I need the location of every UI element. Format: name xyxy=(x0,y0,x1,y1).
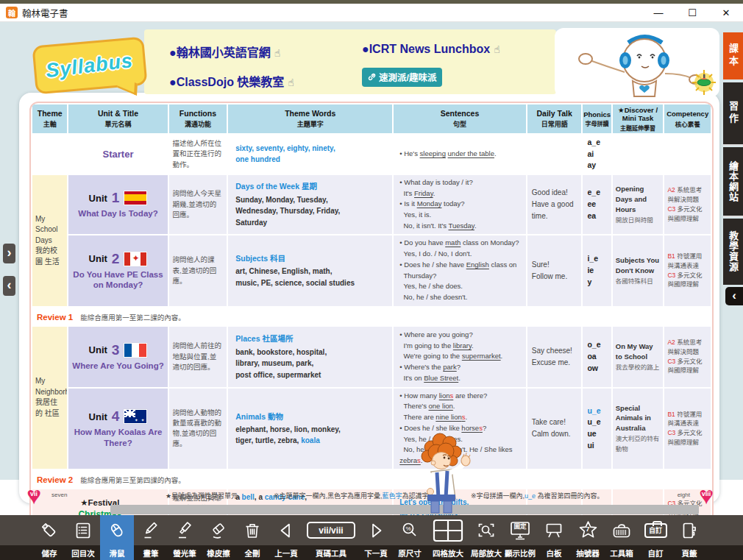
starter-daily xyxy=(527,135,582,174)
starter-competency xyxy=(664,135,711,174)
unit2-discover: Subjects You Don't Know各國特殊科目 xyxy=(613,235,664,306)
unit2-words: Subjects 科目art, Chinese, English, math,m… xyxy=(228,235,392,306)
next-page-icon xyxy=(366,521,385,540)
unit2-daily: Sure!Follow me. xyxy=(527,235,582,306)
eraser-icon xyxy=(209,521,228,540)
unit4-daily: Take care!Calm down. xyxy=(527,389,582,469)
tab-workbook-label: 習作 xyxy=(726,101,740,126)
whiteboard-icon xyxy=(544,521,564,540)
unit3-sentences: • Where are you going? I'm going to the … xyxy=(394,327,526,387)
header-functions: Functions溝通功能 xyxy=(169,104,227,133)
picker-number-label: 7 xyxy=(586,525,589,533)
nav-back-arrow-icon[interactable] xyxy=(3,276,15,296)
header-sentences: Sentences句型 xyxy=(394,104,526,133)
starter-theme-cell xyxy=(32,135,67,174)
unit1-competency: A2 系統思考與解決問題C3 多元文化與國際理解 xyxy=(664,175,711,234)
row-unit4: Unit4 How Many Koalas Are There? 詢問他人動物的… xyxy=(32,389,711,469)
unit3-words: Places 社區場所bank, bookstore, hospital,lib… xyxy=(228,327,392,387)
toolbar-toc[interactable]: 回目次 xyxy=(66,515,100,560)
page-number-heart-left: vii xyxy=(21,484,47,508)
page-word-seven: seven xyxy=(51,492,67,498)
mascot-card xyxy=(555,28,719,97)
unit2-title-cell: Unit2 Do You Have PE Class on Monday? xyxy=(68,235,167,306)
tab-textbook[interactable]: 課本 xyxy=(723,32,743,79)
syllabus-logo-text: Syllabus xyxy=(45,49,135,82)
minimize-button[interactable]: — xyxy=(641,4,675,22)
toolbar-highlighter[interactable]: 螢光筆 xyxy=(168,515,202,560)
row-unit2: Unit2 Do You Have PE Class on Monday? 詢問… xyxy=(32,235,711,306)
tab-picturebook[interactable]: 繪本網站 xyxy=(723,147,743,217)
header-phonics: Phonics字母拼讀 xyxy=(583,104,611,133)
syllabus-logo: Syllabus xyxy=(32,37,147,95)
header-daily-talk: Daily Talk日常用語 xyxy=(527,104,582,133)
review1-cell: Review 1能綜合應用第一至第二課的內容。 xyxy=(32,308,711,325)
unit4-phonics: u_eu_eueui xyxy=(583,389,611,469)
toolbar-save[interactable]: 儲存 xyxy=(32,515,66,560)
toolbar-partial-zoom[interactable]: 局部放大 xyxy=(469,515,503,560)
zoom-percent-icon: % xyxy=(400,521,419,540)
header-unit-title: Unit & Title單元名稱 xyxy=(68,104,167,133)
toolbar-mouse[interactable]: 滑鼠 xyxy=(100,515,134,560)
toolbar-page-tab[interactable]: 頁籤 xyxy=(672,515,706,560)
toolbar-prev-page[interactable]: 上一頁 xyxy=(269,515,303,560)
review2-cell: Review 2能綜合應用第三至第四課的內容。 xyxy=(32,470,711,488)
close-button[interactable]: ✕ xyxy=(709,4,743,22)
toolbar-page-number-tool[interactable]: vii/viii 頁碼工具 xyxy=(303,515,359,560)
unit3-daily: Say cheese!Excuse me. xyxy=(527,327,582,387)
partial-zoom-icon xyxy=(477,521,496,540)
quiz-party-button[interactable]: 速測派/趣味派 xyxy=(362,68,442,87)
tab-workbook[interactable]: 習作 xyxy=(723,82,743,146)
tab-picturebook-label: 繪本網站 xyxy=(726,161,740,202)
tab-resources[interactable]: 教學資源 xyxy=(723,219,743,285)
prev-page-icon xyxy=(277,521,296,540)
unit3-phonics: o_eoaow xyxy=(583,327,611,387)
unit4-title-cell: Unit4 How Many Koalas Are There? xyxy=(68,389,167,469)
toolbar-eraser[interactable]: 橡皮擦 xyxy=(202,515,235,560)
table-header-row: Theme主軸 Unit & Title單元名稱 Functions溝通功能 T… xyxy=(32,104,711,133)
page-tab-icon xyxy=(680,521,699,540)
footnote-star: ★星號處為彈性學習單元。 xyxy=(166,491,244,500)
nav-forward-arrow-icon[interactable] xyxy=(3,244,15,263)
highlighter-icon xyxy=(175,521,194,540)
toc-icon xyxy=(74,521,93,540)
unit1-phonics: e_eeeea xyxy=(583,175,611,234)
link-classdojo[interactable]: ●ClassDojo 快樂教室 xyxy=(169,72,294,90)
toolbar-toolbox[interactable]: 工具箱 xyxy=(605,515,639,560)
toolbar-number-picker[interactable]: 7 抽號器 xyxy=(571,515,605,560)
starter-functions: 描述他人所在位置和正在進行的動作。 xyxy=(169,135,227,174)
unit3-competency: A2 系統思考與解決問題C3 多元文化與國際理解 xyxy=(664,327,711,387)
row-unit1: My School Days我的校園 生活 Unit1 What Day Is … xyxy=(32,175,711,234)
france-flag-icon xyxy=(124,343,147,358)
theme-my-neighborhood: My Neighborhood我居住的 社區 xyxy=(32,327,67,469)
window-controls: — ☐ ✕ xyxy=(641,4,743,22)
page-word-eight: eight xyxy=(678,492,690,498)
toolbar-four-grid-zoom[interactable]: 四格放大 xyxy=(427,515,469,560)
link-icrt-lunchbox[interactable]: ●ICRT News Lunchbox xyxy=(362,43,500,56)
link-official-site[interactable]: ●翰林國小英語官網 xyxy=(169,43,280,60)
toolbar-original-size[interactable]: % 原尺寸 xyxy=(393,515,427,560)
starter-discover xyxy=(613,135,664,174)
unit4-words: Animals 動物elephant, horse, lion, monkey,… xyxy=(228,389,392,469)
toolbar-custom[interactable]: 自訂 自訂 xyxy=(639,515,672,560)
toolbar-display-ratio[interactable]: 固定 顯示比例 xyxy=(503,515,537,560)
collapse-sidebar-arrow-icon[interactable] xyxy=(725,287,743,305)
unit2-sentences: • Do you have math class on Monday? Yes,… xyxy=(394,235,526,306)
starter-words: sixty, seventy, eighty, ninety,one hundr… xyxy=(228,135,392,174)
starter-sentences: • He's sleeping under the table. xyxy=(394,135,526,174)
toolbar-next-page[interactable]: 下一頁 xyxy=(359,515,393,560)
syllabus-table-card: Theme主軸 Unit & Title單元名稱 Functions溝通功能 T… xyxy=(29,102,714,531)
maximize-button[interactable]: ☐ xyxy=(675,4,709,22)
unit1-sentences: • What day is today / it? It's Friday.• … xyxy=(394,175,526,234)
tab-resources-label: 教學資源 xyxy=(726,231,740,272)
spain-flag-icon xyxy=(124,191,147,205)
unit3-title-cell: Unit3 Where Are You Going? xyxy=(68,327,167,387)
toolbar-pen[interactable]: 畫筆 xyxy=(134,515,168,560)
links-banner: ●翰林國小英語官網 ●ICRT News Lunchbox ●ClassDojo… xyxy=(144,29,556,94)
header-discover: ★Discover /Mini Task主題延伸學習 xyxy=(613,104,664,133)
toolbar-whiteboard[interactable]: 白板 xyxy=(537,515,571,560)
tab-textbook-label: 課本 xyxy=(726,43,740,68)
row-review2: Review 2能綜合應用第三至第四課的內容。 xyxy=(32,470,711,488)
starter-title-cell: Starter xyxy=(68,135,167,174)
toolbar-delete-all[interactable]: 全刪 xyxy=(235,515,269,560)
unit2-competency: B1 符號運用與溝通表達C3 多元文化與國際理解 xyxy=(664,235,711,306)
